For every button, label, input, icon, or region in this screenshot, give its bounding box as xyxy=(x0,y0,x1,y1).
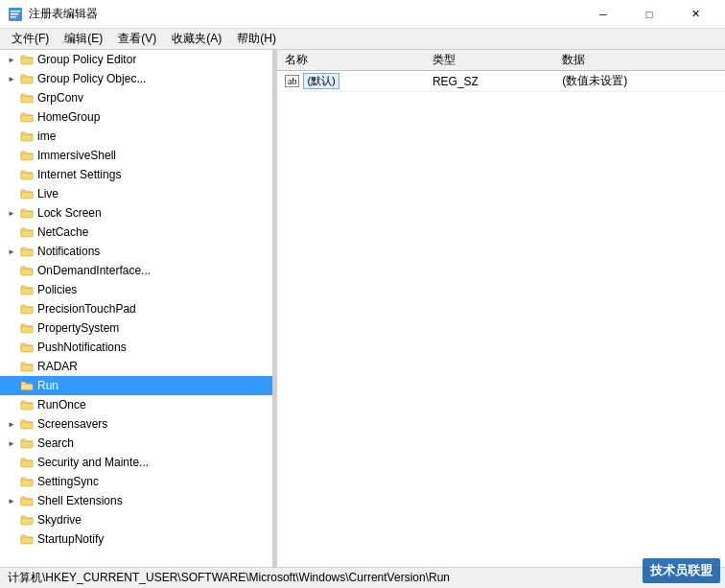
tree-arrow-icon xyxy=(4,129,19,144)
folder-icon xyxy=(19,224,35,240)
close-button[interactable]: ✕ xyxy=(673,0,717,29)
window-controls: ─ □ ✕ xyxy=(581,0,717,29)
tree-item-label: ImmersiveShell xyxy=(37,149,116,162)
tree-arrow-icon xyxy=(4,186,19,201)
tree-arrow-icon: ► xyxy=(4,52,19,67)
folder-icon xyxy=(19,244,35,259)
folder-icon xyxy=(19,186,35,201)
tree-item-label: Shell Extensions xyxy=(37,494,123,507)
tree-item-label: GrpConv xyxy=(37,91,83,105)
tree-arrow-icon: ► xyxy=(4,493,19,508)
tree-arrow-icon xyxy=(4,282,19,297)
table-row[interactable]: ab(默认)REG_SZ(数值未设置) xyxy=(277,71,725,92)
value-data: (数值未设置) xyxy=(554,71,725,92)
tree-item-label: Group Policy Objec... xyxy=(37,72,146,85)
tree-item[interactable]: Run xyxy=(0,376,272,395)
tree-arrow-icon xyxy=(4,359,19,374)
folder-icon xyxy=(19,282,35,297)
tree-arrow-icon: ► xyxy=(4,435,19,451)
folder-icon xyxy=(19,167,35,182)
values-table: 名称 类型 数据 ab(默认)REG_SZ(数值未设置) xyxy=(277,50,725,92)
tree-item-label: RunOnce xyxy=(37,398,86,412)
tree-item[interactable]: PushNotifications xyxy=(0,338,272,357)
folder-icon xyxy=(19,397,35,412)
tree-item[interactable]: PropertySystem xyxy=(0,318,272,338)
menu-bar: 文件(F)编辑(E)查看(V)收藏夹(A)帮助(H) xyxy=(0,29,725,50)
window-title: 注册表编辑器 xyxy=(29,6,581,22)
tree-item[interactable]: Policies xyxy=(0,280,272,299)
status-bar: 计算机\HKEY_CURRENT_USER\SOFTWARE\Microsoft… xyxy=(0,567,725,588)
tree-item[interactable]: ► Notifications xyxy=(0,242,272,261)
tree-item-label: Screensavers xyxy=(37,417,107,431)
tree-arrow-icon: ► xyxy=(4,244,19,259)
menu-item-f[interactable]: 文件(F) xyxy=(4,29,57,49)
tree-item[interactable]: StartupNotify xyxy=(0,529,272,549)
app-icon xyxy=(8,7,23,22)
tree-item[interactable]: Skydrive xyxy=(0,510,272,529)
tree-arrow-icon xyxy=(4,512,19,528)
menu-item-v[interactable]: 查看(V) xyxy=(110,29,164,49)
tree-arrow-icon xyxy=(4,148,19,163)
maximize-button[interactable]: □ xyxy=(627,0,671,29)
folder-icon xyxy=(19,148,35,163)
tree-item-label: Live xyxy=(37,187,58,200)
tree-arrow-icon xyxy=(4,263,19,278)
folder-icon xyxy=(19,205,35,221)
tree-arrow-icon xyxy=(4,167,19,182)
tree-item[interactable]: OnDemandInterface... xyxy=(0,261,272,280)
menu-item-a[interactable]: 收藏夹(A) xyxy=(164,29,229,49)
tree-arrow-icon xyxy=(4,320,19,336)
folder-icon xyxy=(19,71,35,86)
main-content: ► Group Policy Editor► Group Policy Obje… xyxy=(0,50,725,567)
tree-item[interactable]: ► Group Policy Objec... xyxy=(0,69,272,88)
tree-item[interactable]: ImmersiveShell xyxy=(0,146,272,165)
folder-icon xyxy=(19,263,35,278)
minimize-button[interactable]: ─ xyxy=(581,0,625,29)
tree-item[interactable]: ► Search xyxy=(0,434,272,453)
svg-rect-3 xyxy=(11,16,16,18)
tree-item[interactable]: Live xyxy=(0,184,272,203)
tree-item[interactable]: PrecisionTouchPad xyxy=(0,299,272,318)
tree-item[interactable]: SettingSync xyxy=(0,472,272,491)
watermark: 技术员联盟 xyxy=(643,558,720,583)
folder-icon xyxy=(19,531,35,547)
tree-item[interactable]: ► Shell Extensions xyxy=(0,491,272,510)
tree-item-label: HomeGroup xyxy=(37,110,100,124)
tree-item[interactable]: HomeGroup xyxy=(0,107,272,127)
tree-item[interactable]: GrpConv xyxy=(0,88,272,107)
tree-item-label: Group Policy Editor xyxy=(37,53,136,66)
tree-item[interactable]: ► Screensavers xyxy=(0,414,272,434)
tree-arrow-icon xyxy=(4,397,19,412)
tree-item-label: RADAR xyxy=(37,360,78,373)
tree-item[interactable]: Security and Mainte... xyxy=(0,453,272,472)
tree-item[interactable]: ► Lock Screen xyxy=(0,203,272,223)
folder-icon xyxy=(19,52,35,67)
tree-item-label: PrecisionTouchPad xyxy=(37,302,136,316)
tree-item[interactable]: RunOnce xyxy=(0,395,272,414)
registry-tree: ► Group Policy Editor► Group Policy Obje… xyxy=(0,50,273,567)
tree-arrow-icon xyxy=(4,90,19,106)
folder-icon xyxy=(19,301,35,317)
tree-item-label: OnDemandInterface... xyxy=(37,264,151,277)
value-type: REG_SZ xyxy=(425,71,554,92)
svg-rect-2 xyxy=(11,13,18,15)
col-name: 名称 xyxy=(277,50,425,71)
col-data: 数据 xyxy=(554,50,725,71)
tree-item[interactable]: RADAR xyxy=(0,357,272,376)
tree-item[interactable]: NetCache xyxy=(0,223,272,242)
tree-item[interactable]: ► Group Policy Editor xyxy=(0,50,272,69)
folder-icon xyxy=(19,512,35,528)
menu-item-e[interactable]: 编辑(E) xyxy=(57,29,110,49)
tree-item-label: Notifications xyxy=(37,245,100,258)
tree-item-label: Search xyxy=(37,436,74,450)
tree-item-label: SettingSync xyxy=(37,475,99,488)
svg-rect-1 xyxy=(11,11,20,12)
menu-item-h[interactable]: 帮助(H) xyxy=(229,29,284,49)
tree-arrow-icon xyxy=(4,455,19,470)
tree-arrow-icon: ► xyxy=(4,71,19,86)
tree-item-label: Security and Mainte... xyxy=(37,456,149,469)
tree-item-label: Run xyxy=(37,379,58,392)
registry-path: 计算机\HKEY_CURRENT_USER\SOFTWARE\Microsoft… xyxy=(8,570,450,586)
tree-item[interactable]: Internet Settings xyxy=(0,165,272,184)
tree-item[interactable]: ime xyxy=(0,127,272,146)
